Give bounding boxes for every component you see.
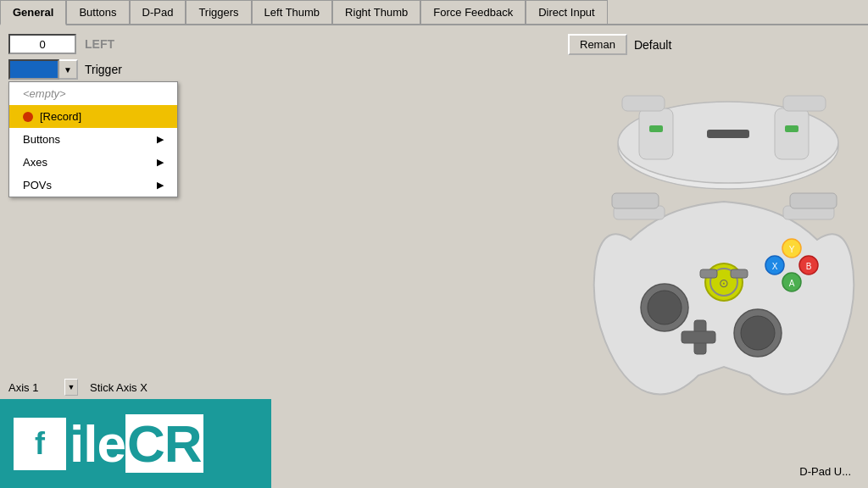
default-label: Default: [634, 38, 671, 52]
tab-force-feedback[interactable]: Force Feedback: [420, 0, 526, 24]
watermark-text: ileCR: [70, 413, 203, 474]
svg-text:⊙: ⊙: [719, 276, 729, 290]
svg-rect-5: [785, 125, 798, 132]
tab-buttons[interactable]: Buttons: [66, 0, 129, 24]
svg-text:B: B: [806, 262, 812, 271]
axis1-label: Axis 1: [8, 381, 59, 394]
svg-rect-3: [775, 108, 809, 159]
tab-dpad[interactable]: D-Pad: [130, 0, 186, 24]
tab-right-thumb[interactable]: Right Thumb: [332, 0, 420, 24]
remap-button[interactable]: Reman: [568, 34, 627, 55]
svg-rect-4: [649, 125, 663, 132]
dropdown-arrow-btn[interactable]: ▼: [59, 59, 78, 80]
submenu-arrow-icon: ▶: [157, 180, 164, 191]
svg-text:A: A: [789, 279, 795, 288]
svg-rect-19: [731, 269, 748, 278]
right-panel: Reman Default: [559, 25, 868, 488]
menu-item-empty[interactable]: <empty>: [9, 82, 177, 105]
svg-point-12: [741, 316, 775, 350]
svg-rect-6: [707, 130, 749, 138]
tab-triggers[interactable]: Triggers: [186, 0, 251, 24]
svg-rect-18: [700, 269, 717, 278]
direction-label: LEFT: [85, 37, 114, 51]
axis-row-1: Axis 1 ▼ Stick Axis X: [8, 379, 147, 396]
svg-rect-31: [790, 193, 837, 208]
watermark: f ileCR: [0, 399, 271, 488]
menu-item-povs[interactable]: POVs ▶: [9, 174, 177, 197]
svg-text:X: X: [772, 262, 778, 271]
tab-left-thumb[interactable]: Left Thumb: [252, 0, 333, 24]
svg-point-10: [648, 291, 682, 324]
dpad-label: D-Pad U...: [799, 465, 851, 478]
axis1-dropdown[interactable]: ▼: [64, 379, 78, 396]
submenu-arrow-icon: ▶: [157, 157, 164, 168]
trigger-label: Trigger: [85, 63, 122, 76]
number-row: LEFT: [8, 34, 551, 54]
dropdown-row: ▼ Trigger: [8, 59, 551, 80]
svg-rect-8: [783, 96, 826, 111]
watermark-icon: f: [14, 418, 66, 470]
menu-item-axes[interactable]: Axes ▶: [9, 151, 177, 174]
menu-item-buttons[interactable]: Buttons ▶: [9, 128, 177, 151]
remap-row: Reman Default: [568, 34, 860, 55]
dropdown-menu: <empty> [Record] Buttons ▶ Axes ▶ POVs ▶: [8, 81, 178, 197]
record-dot-icon: [23, 112, 33, 122]
number-input[interactable]: [8, 34, 76, 54]
svg-rect-14: [682, 331, 715, 343]
svg-rect-30: [612, 193, 659, 208]
submenu-arrow-icon: ▶: [157, 134, 164, 145]
axis1-desc: Stick Axis X: [90, 381, 147, 394]
tab-bar: General Buttons D-Pad Triggers Left Thum…: [0, 0, 868, 25]
svg-text:Y: Y: [789, 245, 795, 254]
controller-image: ⊙ A B X Y: [580, 62, 868, 469]
menu-item-record[interactable]: [Record]: [9, 105, 177, 128]
tab-general[interactable]: General: [0, 0, 66, 25]
color-swatch: [8, 59, 59, 80]
svg-rect-7: [622, 96, 665, 111]
svg-rect-2: [639, 108, 673, 159]
controller-area: ⊙ A B X Y: [568, 62, 860, 480]
tab-direct-input[interactable]: Direct Input: [526, 0, 607, 24]
